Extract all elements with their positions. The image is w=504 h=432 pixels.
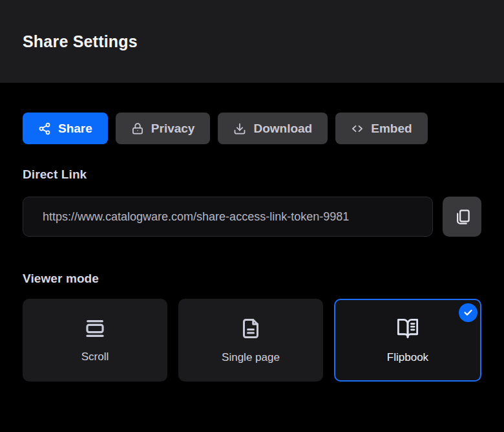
share-settings-dialog: Share Settings Share Privacy: [0, 0, 504, 432]
viewer-option-single-page[interactable]: Single page: [178, 299, 323, 382]
direct-link-label: Direct Link: [23, 167, 481, 182]
dialog-header: Share Settings: [0, 0, 504, 83]
tab-bar: Share Privacy Download: [23, 113, 481, 144]
viewer-mode-label: Viewer mode: [23, 272, 481, 286]
flipbook-icon: [394, 316, 422, 340]
code-icon: [351, 122, 364, 135]
viewer-option-single-page-label: Single page: [222, 351, 280, 364]
direct-link-row: [23, 197, 481, 237]
viewer-option-scroll[interactable]: Scroll: [23, 299, 167, 382]
viewer-option-flipbook[interactable]: Flipbook: [334, 299, 481, 382]
tab-embed-label: Embed: [371, 122, 412, 136]
tab-privacy-label: Privacy: [151, 122, 195, 136]
viewer-option-scroll-label: Scroll: [81, 351, 109, 363]
tab-share[interactable]: Share: [23, 113, 108, 144]
viewer-option-flipbook-label: Flipbook: [387, 351, 428, 364]
direct-link-input[interactable]: [23, 197, 433, 237]
tab-privacy[interactable]: Privacy: [116, 113, 211, 144]
single-page-icon: [239, 317, 262, 340]
lock-icon: [131, 122, 144, 135]
tab-embed[interactable]: Embed: [335, 113, 427, 144]
check-icon: [463, 308, 473, 318]
scroll-icon: [84, 318, 106, 340]
page-title: Share Settings: [23, 32, 138, 51]
selected-check-badge: [459, 303, 478, 322]
dialog-content: Share Privacy Download: [0, 113, 504, 382]
viewer-mode-options: Scroll Single page: [23, 299, 481, 382]
tab-download[interactable]: Download: [218, 113, 328, 144]
share-icon: [38, 122, 51, 135]
tab-download-label: Download: [253, 122, 312, 136]
download-icon: [233, 122, 246, 135]
copy-icon: [454, 208, 471, 226]
copy-link-button[interactable]: [443, 197, 481, 237]
tab-share-label: Share: [58, 122, 92, 136]
